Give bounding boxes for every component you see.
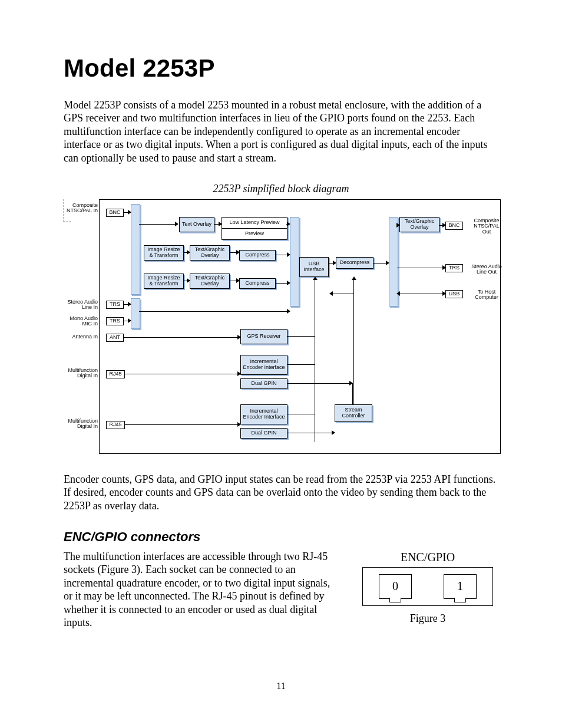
block-tg-overlay-out: Text/Graphic Overlay bbox=[399, 217, 439, 232]
diagram-caption: 2253P simplified block diagram bbox=[64, 182, 498, 196]
port-rj45-1: RJ45 bbox=[106, 370, 125, 378]
figure-3-title: ENC/GPIO bbox=[357, 550, 498, 565]
page-number: 11 bbox=[64, 680, 498, 692]
after-diagram-paragraph: Encoder counts, GPS data, and GPIO input… bbox=[64, 473, 498, 513]
block-iei-2: Incremental Encoder Interface bbox=[240, 404, 287, 424]
block-preview-strip: Low Latency Preview Preview bbox=[222, 217, 287, 240]
label-multifunction-2: Multifunction Digital In bbox=[61, 419, 98, 430]
block-resize-1: Image Resize & Transform bbox=[144, 245, 184, 261]
port-trs-1: TRS bbox=[106, 301, 124, 309]
label-composite-in: Composite NTSC/PAL In bbox=[61, 203, 98, 215]
port-trs-out: TRS bbox=[445, 264, 463, 272]
figure-3-caption: Figure 3 bbox=[357, 612, 498, 625]
section-enc-gpio: ENC/GPIO connectors bbox=[64, 529, 498, 545]
audio-splitter bbox=[131, 298, 140, 329]
enc-gpio-paragraph: The multifunction interfaces are accessi… bbox=[64, 550, 340, 630]
video-splitter bbox=[131, 204, 140, 295]
label-antenna-in: Antenna In bbox=[61, 334, 98, 340]
label-mono-in: Mono Audio MIC In bbox=[61, 316, 98, 328]
port-bnc-in: BNC bbox=[106, 209, 124, 217]
rj45-socket-1: 1 bbox=[444, 574, 477, 599]
intro-paragraph: Model 2253P consists of a model 2253 mou… bbox=[64, 98, 498, 165]
block-tg-overlay-1: Text/Graphic Overlay bbox=[190, 245, 230, 261]
figure-3-box: 0 1 bbox=[362, 567, 493, 606]
block-low-latency-preview: Low Latency Preview bbox=[222, 218, 287, 228]
rj45-socket-0: 0 bbox=[379, 574, 412, 599]
block-gpin-2: Dual GPIN bbox=[240, 428, 287, 439]
port-rj45-2: RJ45 bbox=[106, 421, 125, 429]
block-decompress: Decompress bbox=[336, 257, 373, 269]
block-resize-2: Image Resize & Transform bbox=[144, 274, 184, 289]
figure-3: ENC/GPIO 0 1 Figure 3 bbox=[357, 550, 498, 625]
label-composite-out: Composite NTSC/PAL Out bbox=[469, 218, 504, 236]
port-ant: ANT bbox=[106, 334, 124, 342]
port-usb: USB bbox=[445, 290, 463, 298]
label-stereo-out: Stereo Audio Line Out bbox=[469, 264, 504, 276]
label-multifunction-1: Multifunction Digital In bbox=[61, 368, 98, 380]
port-bnc-out: BNC bbox=[445, 222, 463, 230]
page-title: Model 2253P bbox=[64, 53, 498, 84]
diagram-frame bbox=[99, 199, 501, 454]
port-trs-2: TRS bbox=[106, 317, 124, 325]
block-preview: Preview bbox=[222, 228, 287, 239]
block-text-overlay: Text Overlay bbox=[179, 217, 214, 232]
block-usb-interface: USB Interface bbox=[299, 257, 329, 277]
merge-left bbox=[290, 217, 299, 307]
block-gpin-1: Dual GPIN bbox=[240, 378, 287, 389]
block-diagram: Composite NTSC/PAL In Stereo Audio Line … bbox=[64, 199, 500, 459]
block-compress-1: Compress bbox=[239, 250, 276, 261]
label-usb-host: To Host Computer bbox=[469, 289, 504, 301]
label-stereo-in: Stereo Audio Line In bbox=[61, 299, 98, 311]
block-gps: GPS Receiver bbox=[240, 329, 287, 344]
block-iei-1: Incremental Encoder Interface bbox=[240, 355, 287, 375]
block-tg-overlay-2: Text/Graphic Overlay bbox=[190, 274, 230, 289]
block-stream-controller: Stream Controller bbox=[335, 404, 372, 422]
block-compress-2: Compress bbox=[239, 278, 276, 289]
